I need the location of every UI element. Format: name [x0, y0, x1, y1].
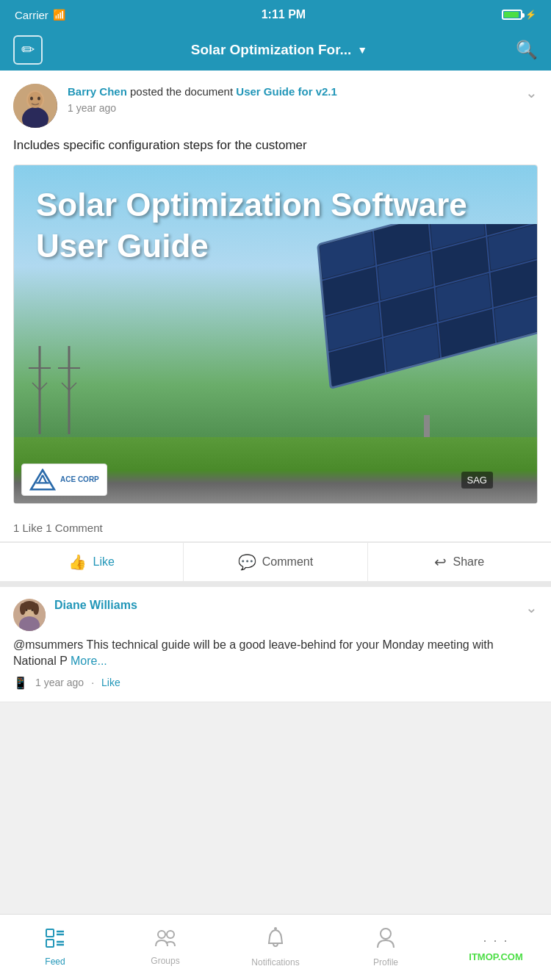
tab-groups[interactable]: Groups	[110, 921, 220, 973]
comment-content: Diane Williams	[54, 599, 516, 612]
nav-bar: ✏ Solar Optimization For... ▼ 🔍	[0, 29, 551, 71]
doc-preview[interactable]: Solar Optimization Software User Guide	[13, 165, 538, 504]
post-description: Includes specific configuration steps fo…	[0, 137, 551, 165]
avatar	[13, 84, 57, 128]
battery-indicator: ⚡	[502, 10, 536, 20]
author-name[interactable]: Barry Chen	[68, 85, 127, 98]
tab-bar: Feed Groups Notifications	[0, 914, 551, 980]
share-button[interactable]: ↩ Share	[368, 543, 551, 581]
comment-avatar	[13, 599, 46, 631]
post-actions: 👍 Like 💬 Comment ↩ Share	[0, 542, 551, 581]
comment-author-name[interactable]: Diane Williams	[54, 599, 516, 612]
profile-icon	[376, 927, 395, 954]
edit-icon: ✏	[21, 40, 35, 60]
mobile-icon: 📱	[13, 676, 28, 690]
search-button[interactable]: 🔍	[516, 40, 538, 60]
comment-time: 1 year ago	[35, 677, 84, 688]
battery-box	[502, 10, 522, 20]
main-content: Barry Chen posted the document User Guid…	[0, 71, 551, 702]
profile-label: Profile	[373, 957, 398, 968]
notifications-label: Notifications	[251, 957, 299, 968]
tab-feed[interactable]: Feed	[0, 920, 110, 974]
comment-separator: ·	[91, 677, 94, 688]
wifi-icon: 📶	[53, 9, 65, 21]
time-display: 1:11 PM	[262, 8, 306, 21]
groups-icon	[154, 929, 176, 953]
svg-point-61	[381, 929, 391, 939]
doc-title-line1: Solar Optimization Software	[36, 187, 467, 223]
svg-point-3	[28, 92, 43, 108]
battery-fill	[504, 12, 519, 18]
svg-rect-52	[46, 929, 54, 937]
svg-point-50	[20, 603, 26, 615]
search-icon: 🔍	[516, 40, 538, 60]
chevron-down-icon: ▼	[357, 44, 367, 56]
post-card: Barry Chen posted the document User Guid…	[0, 71, 551, 587]
ace-corp-logo: ACE CORP	[21, 464, 107, 496]
comment-section: Diane Williams ⌄ @msummers This technica…	[0, 587, 551, 702]
ace-corp-text: ACE CORP	[60, 475, 99, 483]
post-author-line: Barry Chen posted the document User Guid…	[68, 84, 515, 99]
powerlines-area	[25, 346, 84, 437]
post-meta: Barry Chen posted the document User Guid…	[68, 84, 515, 114]
post-time: 1 year ago	[68, 102, 515, 114]
charging-bolt: ⚡	[525, 10, 536, 20]
doc-image: Solar Optimization Software User Guide	[14, 165, 537, 503]
svg-point-60	[274, 927, 277, 930]
like-label: Like	[93, 555, 114, 569]
comment-header: Diane Williams ⌄	[13, 599, 538, 631]
edit-button[interactable]: ✏	[13, 35, 43, 65]
collapse-chevron-icon[interactable]: ⌄	[525, 84, 538, 101]
like-button[interactable]: 👍 Like	[0, 543, 184, 581]
comment-footer: 📱 1 year ago · Like	[13, 676, 538, 690]
comment-like-button[interactable]: Like	[101, 677, 120, 688]
share-label: Share	[453, 555, 484, 569]
comment-button[interactable]: 💬 Comment	[184, 543, 367, 581]
post-stats: 1 Like 1 Comment	[0, 514, 551, 542]
carrier-info: Carrier 📶	[15, 9, 65, 21]
comment-label: Comment	[262, 555, 313, 569]
more-dots-icon: · · ·	[483, 933, 508, 948]
status-bar: Carrier 📶 1:11 PM ⚡	[0, 0, 551, 29]
svg-point-51	[33, 603, 39, 615]
doc-link[interactable]: User Guide for v2.1	[236, 85, 337, 98]
tab-profile[interactable]: Profile	[331, 920, 441, 975]
tab-notifications[interactable]: Notifications	[220, 920, 331, 975]
comment-collapse-icon[interactable]: ⌄	[525, 599, 538, 616]
carrier-text: Carrier	[15, 9, 48, 21]
svg-rect-53	[46, 940, 54, 947]
post-header: Barry Chen posted the document User Guid…	[0, 71, 551, 137]
comment-icon: 💬	[238, 553, 256, 571]
feed-label: Feed	[45, 956, 65, 967]
more-link[interactable]: More...	[71, 655, 107, 667]
comment-body: @msummers This technical guide will be a…	[13, 637, 538, 670]
svg-point-58	[158, 931, 165, 938]
watermark-text: ITMOP.COM	[469, 951, 522, 962]
svg-point-59	[167, 931, 174, 938]
svg-point-5	[37, 97, 40, 101]
sag-badge: SAG	[461, 472, 493, 489]
svg-point-4	[30, 97, 33, 101]
groups-label: Groups	[151, 956, 179, 966]
share-icon: ↩	[434, 553, 447, 571]
svg-marker-40	[31, 470, 54, 489]
nav-title-text: Solar Optimization For...	[191, 42, 352, 58]
notifications-icon	[266, 927, 285, 954]
tab-more[interactable]: · · · ITMOP.COM	[441, 926, 551, 970]
feed-icon	[45, 928, 65, 954]
like-icon: 👍	[68, 553, 87, 571]
nav-title-area[interactable]: Solar Optimization For... ▼	[191, 42, 367, 58]
